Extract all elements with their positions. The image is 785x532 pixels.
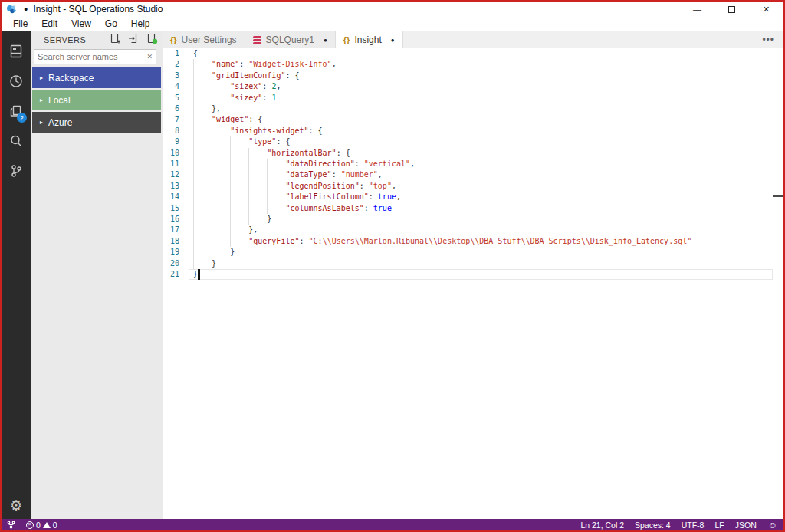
title-bar: ● Insight - SQL Operations Studio — ✕ (2, 2, 783, 17)
errors-status[interactable]: ✕ 0 0 (21, 521, 63, 530)
line-number: 3 (163, 71, 179, 81)
tab-sqlquery1[interactable]: SQLQuery1 ● (245, 31, 336, 48)
menu-help[interactable]: Help (124, 18, 157, 31)
add-connection-icon[interactable] (110, 33, 121, 48)
close-button[interactable]: ✕ (749, 2, 783, 17)
code-line[interactable]: 8 "insights-widget": { (163, 126, 783, 136)
app-logo-icon (6, 4, 17, 15)
database-icon (253, 36, 261, 44)
code-line[interactable]: 1{ (163, 48, 783, 59)
window-title: Insight - SQL Operations Studio (33, 4, 163, 15)
code-line[interactable]: 6 }, (163, 103, 783, 114)
language-mode-status[interactable]: JSON (730, 521, 762, 530)
code-line[interactable]: 21} (163, 269, 783, 280)
tab-label: User Settings (182, 34, 237, 45)
line-number: 9 (163, 136, 179, 147)
minimize-button[interactable]: — (680, 2, 714, 17)
line-number: 19 (163, 247, 179, 258)
eol-status[interactable]: LF (709, 521, 729, 530)
task-history-icon[interactable] (2, 67, 31, 96)
menu-edit[interactable]: Edit (34, 18, 64, 31)
line-number: 7 (163, 114, 179, 125)
line-number: 13 (163, 181, 179, 192)
code-line[interactable]: 9 "type": { (163, 136, 783, 147)
clear-search-icon[interactable]: ✕ (146, 53, 153, 61)
maximize-icon (728, 6, 735, 13)
line-number: 10 (163, 148, 179, 159)
code-line[interactable]: 15 "columnsAsLabels": true (163, 203, 783, 214)
json-braces-icon: {} (343, 35, 350, 44)
server-group-local[interactable]: ▸ Local (32, 90, 161, 110)
code-line[interactable]: 3 "gridItemConfig": { (163, 71, 783, 81)
group-label: Azure (48, 117, 72, 128)
code-line[interactable]: 11 "dataDirection": "vertical", (163, 159, 783, 169)
title-dirty-dot: ● (24, 5, 28, 13)
menu-view[interactable]: View (64, 18, 98, 31)
tab-user-settings[interactable]: {} User Settings (163, 31, 245, 48)
maximize-button[interactable] (714, 2, 749, 17)
code-line[interactable]: 20 } (163, 258, 783, 269)
tab-insight[interactable]: {} Insight ● (336, 31, 403, 48)
line-number: 15 (163, 203, 179, 214)
line-number: 1 (163, 48, 179, 59)
sidebar-header: SERVERS (31, 31, 163, 48)
code-area[interactable]: 1{2 "name": "Widget-Disk-Info",3 "gridIt… (163, 48, 783, 519)
menu-go[interactable]: Go (98, 18, 124, 31)
code-line[interactable]: 13 "legendPosition": "top", (163, 181, 783, 192)
open-editors-badge: 2 (17, 113, 27, 123)
line-number: 6 (163, 103, 179, 114)
source-control-icon[interactable] (2, 156, 31, 186)
code-line[interactable]: 14 "labelFirstColumn": true, (163, 192, 783, 202)
server-group-rackspace[interactable]: ▸ Rackspace (32, 67, 161, 88)
group-label: Local (48, 95, 71, 106)
open-connection-icon[interactable] (128, 33, 140, 48)
server-search-box: ✕ (34, 49, 156, 64)
active-connections-icon[interactable] (146, 33, 158, 48)
code-line[interactable]: 10 "horizontalBar": { (163, 148, 783, 159)
line-number: 11 (163, 159, 179, 169)
sidebar-title: SERVERS (44, 35, 86, 44)
search-icon[interactable] (2, 126, 31, 156)
line-number: 4 (163, 81, 179, 92)
line-number: 2 (163, 59, 179, 70)
line-number: 20 (163, 258, 179, 269)
error-icon: ✕ (26, 521, 34, 529)
line-number: 21 (163, 269, 179, 280)
status-bar: ✕ 0 0 Ln 21, Col 2 Spaces: 4 UTF-8 LF JS… (2, 519, 783, 530)
line-number: 8 (163, 126, 179, 136)
encoding-status[interactable]: UTF-8 (676, 521, 710, 530)
settings-gear-icon[interactable]: ⚙ (9, 498, 22, 513)
more-actions-icon[interactable]: ••• (762, 34, 783, 45)
code-line[interactable]: 18 "queryFile": "C:\\Users\\Marlon.Ribun… (163, 236, 783, 247)
server-search-input[interactable] (34, 52, 142, 61)
menu-file[interactable]: File (6, 18, 34, 31)
code-line[interactable]: 7 "widget": { (163, 114, 783, 125)
feedback-smiley-icon[interactable]: ☺ (762, 520, 783, 530)
server-group-azure[interactable]: ▸ Azure (32, 112, 161, 133)
code-line[interactable]: 16 } (163, 214, 783, 225)
line-number: 12 (163, 169, 179, 180)
json-braces-icon: {} (170, 35, 177, 44)
indentation-status[interactable]: Spaces: 4 (629, 521, 676, 530)
chevron-right-icon: ▸ (40, 119, 43, 126)
tab-label: SQLQuery1 (266, 34, 314, 45)
code-line[interactable]: 19 } (163, 247, 783, 258)
cursor-position-status[interactable]: Ln 21, Col 2 (575, 521, 629, 530)
code-line[interactable]: 12 "dataType": "number", (163, 169, 783, 180)
code-line[interactable]: 17 }, (163, 225, 783, 235)
servers-sidebar: SERVERS ✕ ▸ Rackspace ▸ Local ▸ (31, 31, 163, 519)
chevron-right-icon: ▸ (40, 97, 43, 103)
open-editors-icon[interactable]: 2 (2, 97, 31, 126)
editor-group: {} User Settings SQLQuery1 ● {} Insight … (163, 31, 783, 519)
tab-strip: {} User Settings SQLQuery1 ● {} Insight … (163, 31, 783, 48)
connections-status-icon[interactable] (2, 521, 21, 529)
servers-view-icon[interactable] (2, 37, 31, 66)
code-line[interactable]: 5 "sizey": 1 (163, 93, 783, 103)
dirty-dot-icon[interactable]: ● (391, 37, 395, 44)
code-line[interactable]: 4 "sizex": 2, (163, 81, 783, 92)
group-label: Rackspace (48, 73, 94, 84)
tab-label: Insight (354, 34, 381, 45)
text-cursor (198, 269, 200, 280)
code-line[interactable]: 2 "name": "Widget-Disk-Info", (163, 59, 783, 70)
dirty-dot-icon[interactable]: ● (324, 37, 327, 44)
